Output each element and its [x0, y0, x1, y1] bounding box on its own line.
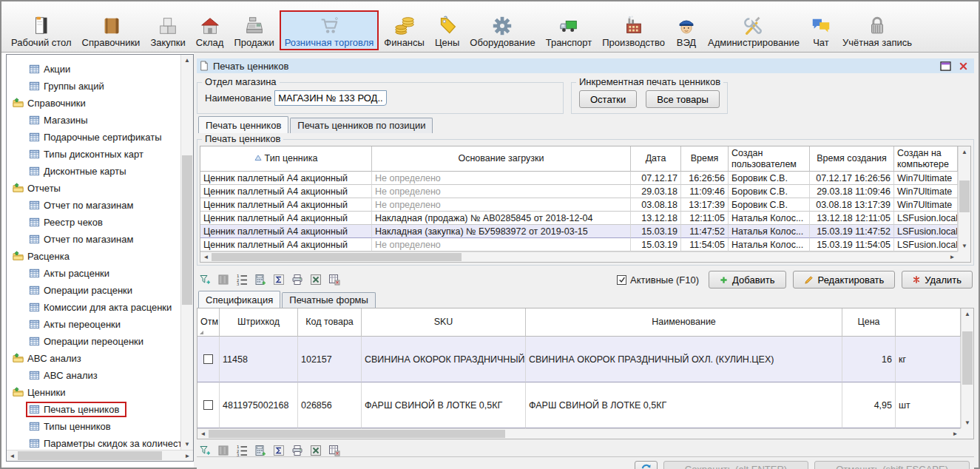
- toolbar-item-lock[interactable]: Учётная запись: [837, 10, 917, 50]
- spec-vscrollbar[interactable]: ▲ ▼: [961, 308, 973, 428]
- sidebar-item-7[interactable]: Отчеты: [7, 180, 180, 197]
- table-row[interactable]: Ценник паллетный А4 акционныйНакладная (…: [200, 212, 958, 225]
- spec-hscrollbar[interactable]: ◄ ►: [197, 428, 961, 439]
- spec-column-header-5[interactable]: Цена: [842, 308, 896, 337]
- scroll-left-icon[interactable]: ◄: [200, 252, 212, 262]
- add-button[interactable]: Добавить: [709, 271, 785, 289]
- scroll-down-icon[interactable]: ▼: [962, 417, 973, 428]
- active-filter-checkbox[interactable]: Активные (F10): [617, 274, 699, 286]
- sidebar-item-5[interactable]: Типы дисконтных карт: [7, 146, 180, 163]
- column-header-6[interactable]: Создан на компьютере: [894, 146, 958, 172]
- sidebar-item-18[interactable]: ABC анализ: [7, 367, 180, 384]
- column-header-5[interactable]: Время создания: [810, 146, 894, 172]
- scroll-down-icon[interactable]: ▼: [959, 240, 970, 252]
- sidebar-item-8[interactable]: Отчет по магазинам: [7, 197, 180, 214]
- calculator-add-icon[interactable]: [254, 444, 267, 456]
- toolbar-item-cash-register[interactable]: Продажи: [229, 10, 279, 50]
- toolbar-item-coins[interactable]: Финансы: [379, 10, 430, 50]
- spec-column-header-4[interactable]: Наименование: [526, 308, 842, 337]
- spec-column-header-2[interactable]: Код товара: [298, 308, 362, 337]
- column-header-2[interactable]: Дата: [631, 146, 681, 172]
- sidebar-item-21[interactable]: Типы ценников: [7, 418, 180, 435]
- column-header-3[interactable]: Время: [681, 146, 729, 172]
- scroll-thumb[interactable]: [959, 180, 970, 212]
- toolbar-item-chat[interactable]: Чат: [805, 10, 837, 50]
- row-checkbox[interactable]: [203, 354, 213, 364]
- sidebar-item-6[interactable]: Дисконтные карты: [7, 163, 180, 180]
- sidebar-item-10[interactable]: Отчет по магазинам: [7, 231, 180, 248]
- sidebar-item-11[interactable]: Расценка: [7, 248, 180, 265]
- scroll-right-icon[interactable]: ►: [950, 429, 961, 439]
- sidebar-item-2[interactable]: Справочники: [7, 95, 180, 112]
- tab-top-1[interactable]: Печать ценников по позиции: [290, 118, 433, 133]
- sidebar-item-9[interactable]: Реестр чеков: [7, 214, 180, 231]
- tab-spec-0[interactable]: Спецификация: [198, 291, 280, 308]
- scroll-thumb[interactable]: [182, 155, 192, 305]
- sidebar-item-19[interactable]: Ценники: [7, 384, 180, 401]
- toolbar-item-desktop[interactable]: Рабочий стол: [6, 10, 77, 50]
- toolbar-item-book[interactable]: Справочники: [77, 10, 146, 50]
- sidebar-item-17[interactable]: ABC анализ: [7, 350, 180, 367]
- sidebar-item-22[interactable]: Параметры скидок за количество: [7, 435, 180, 450]
- store-name-input[interactable]: [274, 90, 387, 106]
- spec-column-header-1[interactable]: Штрихкод: [220, 308, 298, 337]
- edit-button[interactable]: Редактировать: [793, 271, 896, 289]
- delete-button[interactable]: Удалить: [902, 271, 973, 289]
- checkbox-icon[interactable]: [617, 275, 626, 285]
- column-visibility-icon[interactable]: [217, 444, 230, 456]
- sidebar-item-15[interactable]: Акты переоценки: [7, 316, 180, 333]
- sidebar-item-12[interactable]: Акты расценки: [7, 265, 180, 282]
- sidebar-hscrollbar[interactable]: ◄ ►: [7, 450, 193, 461]
- spec-column-header-0[interactable]: Отм: [197, 308, 220, 337]
- scroll-thumb[interactable]: [18, 451, 162, 460]
- maximize-button[interactable]: [939, 60, 952, 72]
- sidebar-vscrollbar[interactable]: ▲ ▼: [180, 55, 193, 450]
- excel-export-icon[interactable]: [309, 444, 322, 456]
- table-row[interactable]: Ценник паллетный А4 акционныйНакладная (…: [200, 225, 958, 238]
- close-button[interactable]: [956, 60, 970, 72]
- column-header-1[interactable]: Основание загрузки: [372, 146, 631, 172]
- scroll-up-icon[interactable]: ▲: [962, 308, 973, 320]
- tab-spec-1[interactable]: Печатные формы: [282, 292, 376, 308]
- scroll-up-icon[interactable]: ▲: [959, 146, 970, 158]
- table-row[interactable]: Ценник паллетный А4 акционныйНе определе…: [200, 185, 958, 198]
- filter-add-icon[interactable]: [198, 274, 212, 286]
- grid-settings-icon[interactable]: [328, 444, 341, 456]
- toolbar-item-warehouse[interactable]: Склад: [191, 10, 229, 50]
- sidebar-item-16[interactable]: Операции переоценки: [7, 333, 180, 350]
- scroll-thumb[interactable]: [212, 253, 462, 261]
- scroll-thumb[interactable]: [209, 430, 505, 438]
- row-numbering-icon[interactable]: 123: [235, 444, 249, 456]
- print-icon[interactable]: [291, 444, 304, 456]
- spec-column-header-3[interactable]: SKU: [362, 308, 526, 337]
- table-vscrollbar[interactable]: ▲ ▼: [958, 146, 970, 252]
- row-checkbox[interactable]: [203, 400, 213, 410]
- tab-top-0[interactable]: Печать ценников: [198, 116, 288, 133]
- sidebar-item-13[interactable]: Операции расценки: [7, 282, 180, 299]
- scroll-right-icon[interactable]: ►: [947, 252, 958, 262]
- toolbar-item-gear[interactable]: Оборудование: [464, 10, 540, 50]
- column-header-4[interactable]: Создан пользователем: [729, 146, 810, 172]
- cancel-button[interactable]: Отменить (shift ESCAPE): [814, 461, 970, 469]
- sum-icon[interactable]: [272, 274, 285, 286]
- sidebar-item-20[interactable]: Печать ценников: [7, 401, 180, 418]
- spec-column-header-6[interactable]: [896, 308, 961, 337]
- toolbar-item-boxes[interactable]: Закупки: [145, 10, 190, 50]
- row-numbering-icon[interactable]: 123: [235, 274, 249, 286]
- print-icon[interactable]: [291, 274, 304, 286]
- sidebar-item-1[interactable]: Группы акций: [7, 78, 180, 95]
- sidebar-item-14[interactable]: Комиссии для акта расценки: [7, 299, 180, 316]
- save-button[interactable]: Сохранить (alt ENTER): [663, 461, 808, 469]
- leftovers-button[interactable]: Остатки: [579, 90, 637, 108]
- table-row[interactable]: Ценник паллетный А4 акционныйНе определе…: [200, 172, 958, 185]
- scroll-left-icon[interactable]: ◄: [7, 451, 18, 461]
- spec-table-row[interactable]: 4811975002168026856ФАРШ СВИНОЙ В ЛОТКЕ 0…: [197, 382, 961, 428]
- toolbar-item-factory[interactable]: Производство: [597, 10, 670, 50]
- toolbar-item-customs-officer[interactable]: ВЭД: [670, 10, 703, 50]
- toolbar-item-shopping-cart[interactable]: Розничная торговля: [280, 10, 379, 50]
- sum-icon[interactable]: [272, 444, 285, 456]
- scroll-up-icon[interactable]: ▲: [181, 55, 193, 66]
- scroll-left-icon[interactable]: ◄: [197, 429, 209, 439]
- sidebar-item-0[interactable]: Акции: [7, 61, 180, 78]
- excel-export-icon[interactable]: [309, 274, 322, 286]
